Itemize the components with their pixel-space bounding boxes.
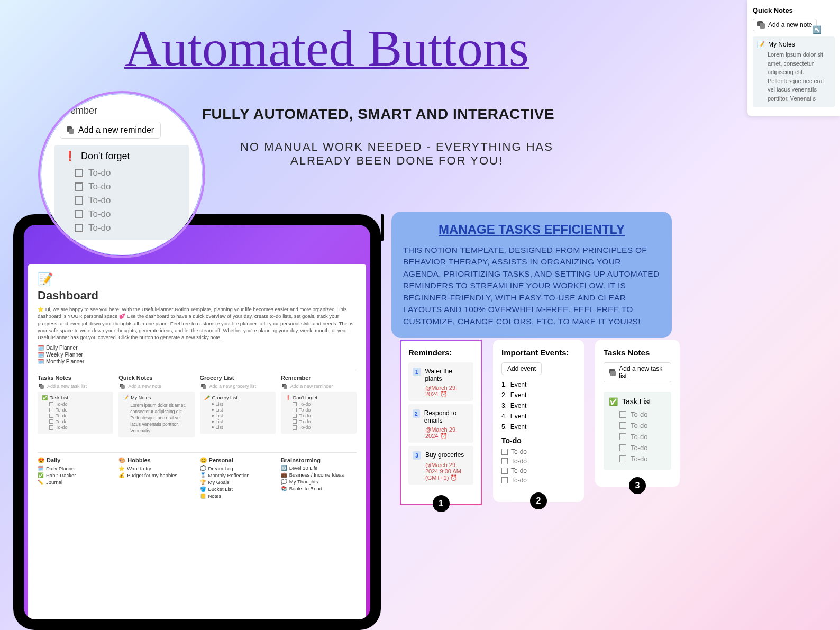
checkbox-icon[interactable] xyxy=(49,425,53,430)
add-reminder-button[interactable]: Add a new reminder xyxy=(60,122,161,139)
reminder-item[interactable]: 3Buy groceries @March 29, 2024 9:00 AM (… xyxy=(408,446,473,485)
checkbox-icon[interactable] xyxy=(501,449,508,455)
level10-link[interactable]: 🔟Level 10 Life xyxy=(281,465,357,471)
add-task-button[interactable]: Add a new task list xyxy=(38,382,113,390)
checkbox-icon[interactable] xyxy=(619,411,626,418)
todo-item[interactable]: To-do xyxy=(501,466,576,476)
reminder-item[interactable]: 1Water the plants @March 29, 2024 ⏰ xyxy=(408,362,473,401)
checkbox-icon[interactable] xyxy=(49,414,53,418)
checkbox-icon[interactable] xyxy=(293,402,297,406)
info-text: THIS NOTION TEMPLATE, DESIGNED FROM PRIN… xyxy=(403,244,660,327)
todo-item[interactable]: To-do xyxy=(501,447,576,456)
checkbox-icon[interactable] xyxy=(501,477,508,483)
list-item[interactable]: List xyxy=(204,425,271,430)
checkbox-icon[interactable] xyxy=(49,419,53,424)
tasks-notes-card: Tasks Notes Add a new task list ✅ Task L… xyxy=(595,340,680,487)
checkbox-icon[interactable] xyxy=(619,444,626,451)
checkbox-icon[interactable] xyxy=(49,408,53,412)
note-title: 📝 My Notes xyxy=(757,41,830,48)
grocery-col: Grocery List Add a new grocery list 🥕Gro… xyxy=(200,375,276,437)
add-note-button[interactable]: Add a new note ↖️ xyxy=(753,19,817,31)
checkbox-icon[interactable] xyxy=(293,408,297,412)
list-item[interactable]: List xyxy=(204,407,271,413)
checkbox-icon[interactable] xyxy=(75,196,83,205)
add-reminder-button[interactable]: Add a new reminder xyxy=(281,382,357,390)
todo-item[interactable]: To-do xyxy=(609,431,666,442)
add-task-list-button[interactable]: Add a new task list xyxy=(604,362,671,382)
todo[interactable]: To-do xyxy=(285,425,352,430)
event-row[interactable]: 4. Event xyxy=(501,411,576,422)
todo-item[interactable]: To-do xyxy=(609,453,666,464)
event-row[interactable]: 2. Event xyxy=(501,390,576,400)
list-item[interactable]: List xyxy=(204,413,271,418)
todo-item[interactable]: To-do xyxy=(64,194,181,207)
goals-link[interactable]: 🏆My Goals xyxy=(200,479,276,485)
card-title: Reminders: xyxy=(408,348,473,357)
checkbox-icon[interactable] xyxy=(75,169,83,177)
todo-item[interactable]: To-do xyxy=(64,207,181,221)
checkbox-icon[interactable] xyxy=(293,414,297,418)
todo[interactable]: To-do xyxy=(42,413,109,418)
todo-item[interactable]: To-do xyxy=(64,221,181,235)
number-badge: 2 xyxy=(413,409,420,418)
reflection-link[interactable]: 🥈Monthly Reflection xyxy=(200,472,276,478)
checkbox-icon[interactable] xyxy=(49,402,53,406)
checkbox-icon[interactable] xyxy=(619,433,626,440)
bullet-icon xyxy=(212,421,214,423)
list-item[interactable]: List xyxy=(204,401,271,407)
note-title-text: My Notes xyxy=(768,41,795,48)
todo[interactable]: To-do xyxy=(285,401,352,407)
todo-item[interactable]: To-do xyxy=(64,166,181,180)
budget-link[interactable]: 💰Budget for my hobbies xyxy=(118,472,194,478)
checkbox-icon[interactable] xyxy=(75,210,83,218)
checkbox-icon[interactable] xyxy=(619,455,626,462)
want-try-link[interactable]: ⭐Want to try xyxy=(118,465,194,471)
reminder-item[interactable]: 2Respond to emails @March 29, 2024 ⏰ xyxy=(408,404,473,443)
business-link[interactable]: 💼Business / Income Ideas xyxy=(281,472,357,478)
checkbox-icon[interactable] xyxy=(501,468,508,474)
todo-item[interactable]: To-do xyxy=(609,420,666,431)
reminder-text: Respond to emails xyxy=(424,409,469,424)
habit-tracker-link[interactable]: ✅Habit Tracker xyxy=(38,472,113,478)
checkbox-icon[interactable] xyxy=(75,224,83,232)
quick-col: Quick Notes Add a new note 📝My Notes Lor… xyxy=(118,375,194,437)
checkbox-icon[interactable] xyxy=(501,458,508,464)
todo[interactable]: To-do xyxy=(42,419,109,424)
todo-item[interactable]: To-do xyxy=(609,442,666,453)
todo[interactable]: To-do xyxy=(42,425,109,430)
weekly-planner-link[interactable]: 🗓️Weekly Planner xyxy=(38,352,357,358)
event-row[interactable]: 5. Event xyxy=(501,422,576,432)
todo[interactable]: To-do xyxy=(285,419,352,424)
event-row[interactable]: 3. Event xyxy=(501,400,576,411)
todo[interactable]: To-do xyxy=(42,407,109,413)
button-icon xyxy=(757,21,765,29)
books-link[interactable]: 📚Books to Read xyxy=(281,486,357,491)
checkbox-icon[interactable] xyxy=(619,422,626,429)
todo-item[interactable]: To-do xyxy=(609,409,666,420)
add-grocery-button[interactable]: Add a new grocery list xyxy=(200,382,276,390)
dream-log-link[interactable]: 💭Dream Log xyxy=(200,465,276,471)
event-row[interactable]: 1. Event xyxy=(501,379,576,390)
checkbox-icon[interactable] xyxy=(75,182,83,191)
todo-item[interactable]: To-do xyxy=(64,180,181,194)
note-card: 📝My Notes Lorem ipsum dolor sit amet, co… xyxy=(118,392,194,437)
page-title: Automated Buttons xyxy=(124,19,529,78)
monthly-planner-link[interactable]: 🗓️Monthly Planner xyxy=(38,359,357,364)
todo[interactable]: To-do xyxy=(285,407,352,413)
thoughts-link[interactable]: 💭My Thoughts xyxy=(281,479,357,485)
daily-planner-link[interactable]: 🗓️Daily Planner xyxy=(38,345,357,351)
add-note-button[interactable]: Add a new note xyxy=(118,382,194,390)
daily-planner-link[interactable]: 🗓️Daily Planner xyxy=(38,465,113,471)
todo-item[interactable]: To-do xyxy=(501,476,576,485)
journal-link[interactable]: ✏️Journal xyxy=(38,479,113,485)
checkbox-icon[interactable] xyxy=(293,425,297,430)
todo-item[interactable]: To-do xyxy=(501,456,576,466)
bucket-link[interactable]: 🪣Bucket List xyxy=(200,486,276,492)
todo[interactable]: To-do xyxy=(285,413,352,418)
add-event-button[interactable]: Add event xyxy=(501,362,542,375)
list-item[interactable]: List xyxy=(204,419,271,424)
notes-link[interactable]: 📒Notes xyxy=(200,493,276,499)
todo[interactable]: To-do xyxy=(42,401,109,407)
step-badge: 2 xyxy=(530,492,547,509)
checkbox-icon[interactable] xyxy=(293,419,297,424)
